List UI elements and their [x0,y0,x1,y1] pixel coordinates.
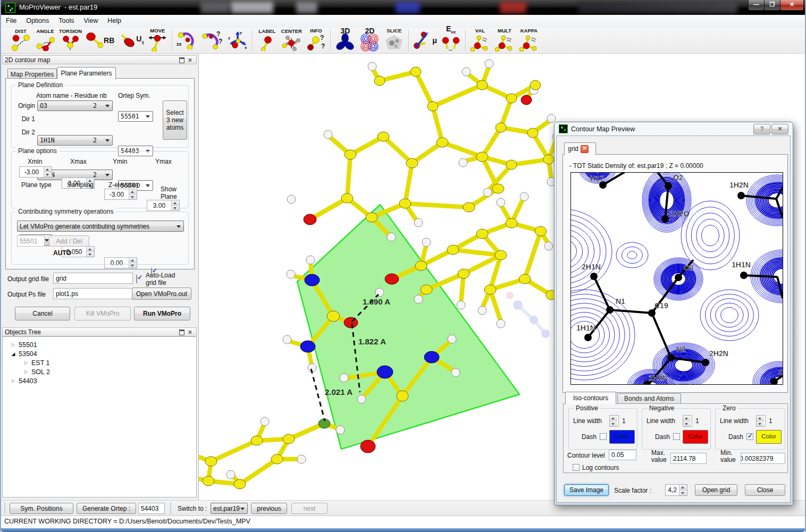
positive-line-width-spinner[interactable] [609,415,619,427]
toolbar-button-dipole[interactable]: μ [411,28,439,53]
dialog-icon [559,124,568,133]
toolbar-button-info[interactable]: INFO?? [304,28,328,53]
expand-arrow-icon[interactable]: ▷ [10,378,16,383]
close-panel-icon[interactable]: ✕ [188,57,192,63]
tree-item-53504[interactable]: ◢53504 [3,349,196,358]
save-image-button[interactable]: Save Image [564,484,609,496]
menu-options[interactable]: Options [21,15,54,27]
float-panel-icon[interactable] [179,57,184,64]
auto-load-checkbox[interactable] [136,275,137,283]
menu-file[interactable]: File [1,15,21,27]
contour-level-input[interactable]: 0.05 [609,450,636,460]
cancel-button[interactable]: Cancel [15,307,70,320]
expand-arrow-icon[interactable]: ▷ [23,360,29,365]
toolbar-button-label[interactable]: LABEL [255,28,279,53]
close-panel-icon[interactable]: ✕ [188,330,192,335]
atom-combo[interactable]: O32 [37,100,113,111]
menu-tools[interactable]: Tools [54,15,79,27]
positive-dash-checkbox[interactable] [600,433,607,440]
tree-item-55501[interactable]: ▷55501 [3,340,196,349]
generate-ortep-button[interactable]: Generate Ortep : [77,503,136,514]
toolbar-button-rotate-zx[interactable]: zx [174,28,199,53]
info-icon: ?? [306,33,326,53]
toolbar-button-move-atom[interactable]: MOVE [145,28,170,53]
toolbar-button-rotate-query[interactable]: ?? [199,28,224,53]
symmetry-code-field[interactable]: 55501 [17,235,45,247]
expand-arrow-icon[interactable]: ▷ [23,369,29,374]
output-ps-file-input[interactable]: plot1.ps [53,288,133,299]
zero-dash-checkbox[interactable] [746,433,753,440]
toolbar-button-distance[interactable]: DIST [9,28,33,53]
toolbar-button-multipole[interactable]: MULT [492,28,517,53]
toolbar-button-angle[interactable]: ANGLE [33,28,57,53]
previous-button[interactable]: previous [251,503,287,514]
close-tab-icon[interactable]: ✕ [581,145,589,153]
toolbar-button-thermal-ellipsoid[interactable]: Uij [116,28,145,53]
positive-color-button[interactable]: Color [609,430,635,444]
toolbar-button-kappa[interactable]: KAPPA [517,28,541,53]
toolbar-button-center[interactable]: CENTER [279,28,304,53]
svg-text:zx: zx [177,41,182,47]
select-3-new-atoms-button[interactable]: Select 3 new atoms [163,100,187,140]
toolbar-button-torsion[interactable]: TORSION [57,28,83,53]
log-contours-checkbox[interactable] [573,464,580,471]
symmetry-mode-combo[interactable]: Let VMoPro generate contributing symmetr… [17,221,184,232]
xmin-spinner[interactable]: -3.00 [19,166,52,178]
rotate-query-icon: ?? [200,30,223,51]
toolbar-button-slice[interactable]: SLICE [382,28,406,53]
toolbar-button-contour-2d[interactable]: 2D [357,28,382,53]
tree-item-est-1[interactable]: ▷EST 1 [3,358,196,367]
ortep-code-input[interactable]: 54403 [138,503,165,514]
zero-color-button[interactable]: Color [756,430,782,444]
open-vmopro-out-button[interactable]: Open VMoPro.out [132,288,191,300]
run-vmopro-button[interactable]: Run VMoPro [134,307,190,320]
tab-bonds-and-atoms[interactable]: Bonds and Atoms [617,393,681,404]
close-button[interactable]: ✕ [780,0,804,11]
dialog-title-bar[interactable]: Contour Map Preview [559,124,635,133]
max-value-field[interactable]: 2114.78 [670,453,707,464]
zero-line-width-spinner[interactable] [756,415,766,427]
menu-help[interactable]: Help [103,15,126,27]
tree-item-sol-2[interactable]: ▷SOL 2 [3,367,196,376]
ymax-spinner[interactable]: 3.00 [147,200,180,211]
tree-item-54403[interactable]: ▷54403 [3,376,196,385]
ymin-spinner[interactable]: -3.00 [104,189,137,200]
tab-grid[interactable]: grid ✕ [564,142,596,155]
contour-map-preview-dialog[interactable]: Contour Map Preview ? ✕ grid ✕ - TOT Sta… [554,122,793,505]
open-grid-button[interactable]: Open grid [695,484,737,496]
add-del-button[interactable]: Add / Del [49,235,89,247]
negative-color-button[interactable]: Color [683,430,708,444]
title-bar[interactable]: MoProViewer - est.par19 — ❐ ✕ [1,0,805,15]
menu-view[interactable]: View [79,15,103,27]
toolbar-button-orbital-3d[interactable]: 3D [333,28,357,53]
tab-map-properties[interactable]: Map Properties [7,69,57,79]
switch-to-combo[interactable]: est.par19 [211,503,248,514]
toolbar-button-rigid-body[interactable]: RB [83,28,116,53]
dialog-close-button[interactable]: ✕ [771,124,788,134]
min-value-field[interactable]: 0.00282379 [741,453,785,464]
toolbar-button-valence[interactable]: VAL [468,28,492,53]
panel-header-2d-contour-map[interactable]: 2D contour map ✕ [2,55,197,64]
scale-factor-spinner[interactable]: 4,2 [665,484,687,496]
toolbar-button-interaction-energy[interactable]: Eint↔ [439,28,463,53]
tab-plane-parameters[interactable]: Plane Parameters [57,67,116,79]
kill-vmopro-button[interactable]: Kill VMoPro [74,307,131,320]
maximize-button[interactable]: ❐ [764,0,780,11]
minimize-button[interactable]: — [748,0,765,11]
ortep-sym-combo[interactable]: 55501 [118,111,153,122]
tab-iso-contours[interactable]: Iso-contours [565,392,616,404]
toolbar-button-axes-xyz[interactable]: Yzx [224,28,250,53]
close-preview-button[interactable]: Close [745,484,785,496]
expand-arrow-icon[interactable]: ▷ [10,342,16,347]
panel-header-objects-tree[interactable]: Objects Tree ✕ [2,327,197,336]
atom-combo[interactable]: 1H1N2 [37,135,113,146]
collapse-arrow-icon[interactable]: ◢ [10,351,16,357]
float-panel-icon[interactable] [179,330,184,336]
output-grid-file-input[interactable]: grid [53,273,133,284]
next-button[interactable]: next [291,503,328,514]
sym-positions-button[interactable]: Sym. Positions [10,503,73,514]
map-atom-label: 2H2N [709,349,728,358]
help-button[interactable]: ? [753,124,770,134]
negative-line-width-spinner[interactable] [683,415,692,427]
negative-dash-checkbox[interactable] [673,433,680,440]
